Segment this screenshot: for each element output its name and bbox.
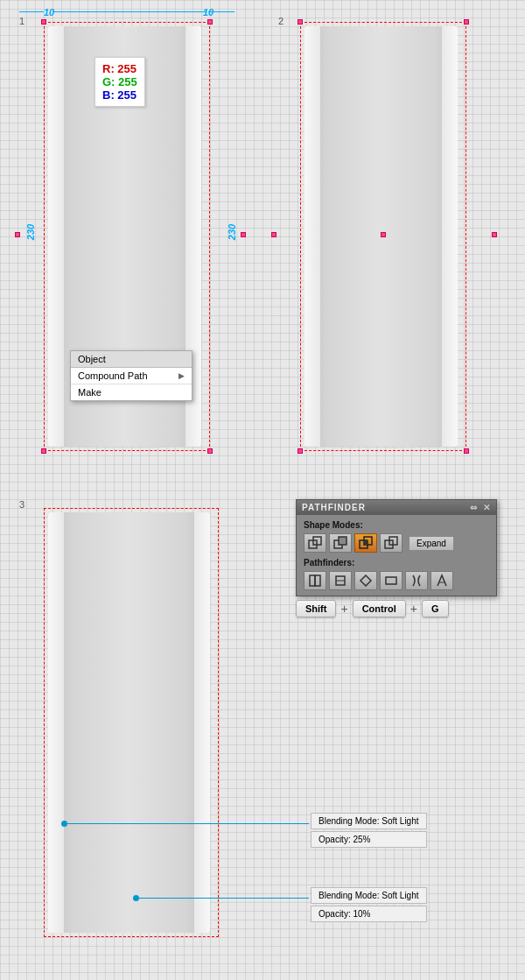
svg-rect-13 bbox=[386, 577, 396, 584]
corner-dot-bl-2 bbox=[298, 448, 303, 454]
pathfinder-body: Shape Modes: Expand bbox=[297, 515, 496, 596]
keyboard-shortcut: Shift + Control + G bbox=[296, 600, 449, 617]
center-dot-2 bbox=[381, 232, 386, 237]
pf-exclude-btn[interactable] bbox=[380, 533, 402, 553]
pf-p4-btn[interactable] bbox=[380, 571, 402, 590]
blend2-mode-label: Blending Mode: Soft Light bbox=[311, 887, 427, 904]
side-dot-r-2 bbox=[492, 232, 497, 237]
pathfinder-title: PATHFINDER bbox=[302, 503, 366, 512]
dim-line-center bbox=[52, 11, 206, 12]
red-border-3 bbox=[44, 508, 219, 937]
dim-height-left-container: 230 bbox=[24, 123, 37, 342]
pathfinder-close-icon[interactable]: ✕ bbox=[483, 503, 491, 512]
blend-box-1: Blending Mode: Soft Light Opacity: 25% bbox=[311, 813, 427, 848]
color-r-value: R: 255 bbox=[102, 62, 137, 75]
pf-p6-btn[interactable] bbox=[430, 571, 453, 590]
step1-label: 1 bbox=[19, 16, 24, 26]
blend1-opacity-label: Opacity: 25% bbox=[311, 831, 427, 848]
blend1-mode-label: Blending Mode: Soft Light bbox=[311, 813, 427, 829]
pf-expand-btn[interactable]: Expand bbox=[409, 536, 454, 551]
pathfinder-controls: ⇔ ✕ bbox=[470, 503, 491, 512]
corner-dot-tl-1 bbox=[41, 19, 46, 25]
pf-unite-btn[interactable] bbox=[304, 533, 326, 553]
pathfinder-panel: PATHFINDER ⇔ ✕ Shape Modes: bbox=[296, 499, 497, 596]
svg-rect-9 bbox=[310, 575, 315, 586]
corner-dot-br-2 bbox=[464, 448, 469, 454]
connector-line-1 bbox=[64, 823, 309, 824]
pf-minus-front-btn[interactable] bbox=[329, 533, 352, 553]
pf-p2-btn[interactable] bbox=[329, 571, 352, 590]
dim-line-right bbox=[208, 11, 234, 12]
connector-dot-1 bbox=[61, 821, 67, 827]
corner-dot-br-1 bbox=[207, 448, 213, 454]
corner-dot-tr-1 bbox=[207, 19, 213, 25]
step3-label: 3 bbox=[19, 499, 24, 510]
pathfinders-row bbox=[304, 571, 489, 590]
svg-rect-10 bbox=[315, 575, 320, 586]
menu-item-compound-path[interactable]: Compound Path ▶ bbox=[71, 368, 192, 384]
corner-dot-tl-2 bbox=[298, 19, 303, 25]
menu-item-object[interactable]: Object bbox=[71, 351, 192, 368]
shape-modes-row: Expand bbox=[304, 533, 489, 553]
pf-p5-btn[interactable] bbox=[405, 571, 428, 590]
control-key[interactable]: Control bbox=[353, 600, 406, 617]
connector-line-2 bbox=[136, 898, 309, 899]
corner-dot-bl-1 bbox=[41, 448, 46, 454]
side-dot-l-1 bbox=[15, 232, 20, 237]
dim-width-left: 10 bbox=[44, 7, 54, 18]
dim-height-right: 230 bbox=[227, 224, 237, 240]
pf-intersect-btn[interactable] bbox=[354, 533, 377, 553]
svg-rect-6 bbox=[364, 540, 368, 544]
dim-line-left bbox=[19, 11, 44, 12]
color-g-value: G: 255 bbox=[102, 75, 137, 88]
color-b-value: B: 255 bbox=[102, 88, 137, 102]
g-key[interactable]: G bbox=[422, 600, 449, 617]
context-menu: Object Compound Path ▶ Make bbox=[70, 350, 192, 401]
main-container: 1 2 10 10 230 230 R: 255 G: 255 B: 255 bbox=[0, 0, 525, 980]
pathfinders-label: Pathfinders: bbox=[304, 558, 489, 568]
pf-p3-btn[interactable] bbox=[354, 571, 377, 590]
plus1-icon: + bbox=[340, 602, 347, 616]
context-menu-container: Object Compound Path ▶ Make bbox=[70, 350, 192, 401]
shape-modes-label: Shape Modes: bbox=[304, 520, 489, 530]
dim-height-left: 230 bbox=[25, 224, 36, 240]
dim-width-right: 10 bbox=[203, 7, 214, 18]
side-dot-r-1 bbox=[241, 232, 246, 237]
menu-item-make[interactable]: Make bbox=[71, 384, 192, 400]
svg-rect-3 bbox=[339, 537, 346, 545]
pathfinder-titlebar: PATHFINDER ⇔ ✕ bbox=[297, 500, 496, 515]
dim-height-right-container: 230 bbox=[226, 123, 238, 342]
color-box: R: 255 G: 255 B: 255 bbox=[94, 57, 145, 107]
corner-dot-tr-2 bbox=[464, 19, 469, 25]
pathfinder-move-icon[interactable]: ⇔ bbox=[470, 503, 478, 512]
blend2-opacity-label: Opacity: 10% bbox=[311, 906, 427, 922]
shift-key[interactable]: Shift bbox=[296, 600, 336, 617]
side-dot-l-2 bbox=[271, 232, 276, 237]
blend-box-2: Blending Mode: Soft Light Opacity: 10% bbox=[311, 887, 427, 922]
submenu-arrow: ▶ bbox=[178, 371, 185, 380]
step2-label: 2 bbox=[278, 16, 284, 26]
pf-p1-btn[interactable] bbox=[304, 571, 326, 590]
plus2-icon: + bbox=[410, 602, 417, 616]
connector-dot-2 bbox=[133, 895, 139, 901]
